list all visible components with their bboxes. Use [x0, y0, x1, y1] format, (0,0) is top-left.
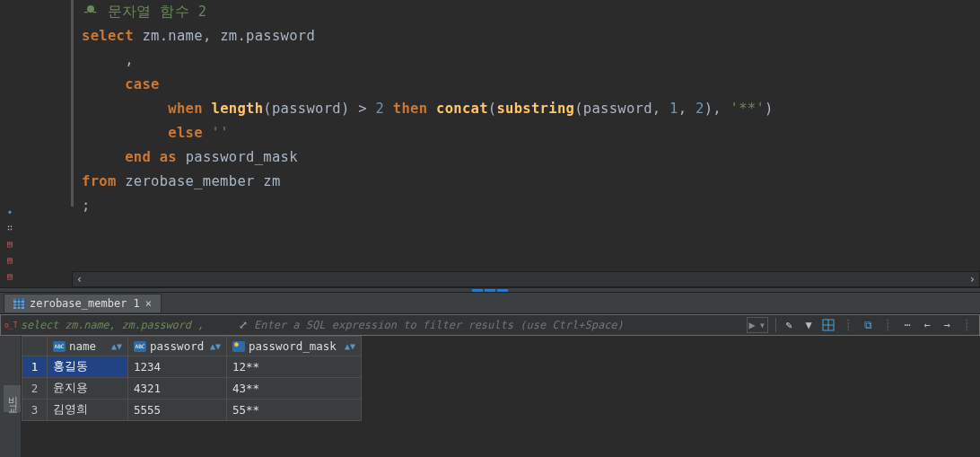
cell-mask[interactable]: 43** — [227, 378, 362, 400]
results-tabbar: zerobase_member 1 × — [0, 293, 980, 314]
pencil-icon[interactable]: ✎ — [782, 318, 796, 332]
filter-input[interactable] — [250, 319, 743, 331]
run-filter-button[interactable]: ▶ ▾ — [747, 317, 768, 333]
results-pane: zerobase_member 1 × o_T select zm.name, … — [0, 293, 980, 457]
svg-rect-1 — [13, 298, 24, 301]
code-editor[interactable]: -- 문자열 함수 2 select zm.name, zm.password … — [49, 0, 980, 269]
rownum-header[interactable] — [22, 337, 48, 356]
results-toolbar: ✎ ▼ ┊ ⧉ ┊ ⋯ ← → ┊ — [775, 318, 979, 332]
sort-icon[interactable]: ▲▼ — [210, 344, 221, 349]
results-tab-label: zerobase_member 1 — [30, 297, 140, 310]
dropdown-icon: ▾ — [757, 319, 767, 331]
editor-gutter: ✦ ∷ ▤ ▤ ▤ — [0, 0, 22, 287]
editor-horizontal-scrollbar[interactable]: ‹ › — [72, 271, 980, 287]
results-grid-area: name▲▼ password▲▼ password_mask▲▼ 1 홍길동 … — [22, 336, 980, 457]
play-icon: ▶ — [748, 319, 757, 331]
cell-password[interactable]: 5555 — [128, 400, 227, 421]
gutter-icon-dots[interactable]: ∷ — [3, 223, 17, 237]
table-icon — [13, 298, 24, 309]
sql-echo-text: select zm.name, zm.password , — [21, 319, 236, 331]
indent-guide — [71, 0, 74, 207]
row-number[interactable]: 2 — [22, 378, 48, 400]
sql-query-icon[interactable]: o_T — [1, 320, 21, 330]
cell-password[interactable]: 1234 — [128, 356, 227, 378]
column-header-password[interactable]: password▲▼ — [128, 337, 227, 356]
separator: ┊ — [959, 318, 974, 332]
separator: ┊ — [841, 318, 855, 332]
gutter-icon-star[interactable]: ✦ — [3, 207, 17, 221]
next-page-icon[interactable]: → — [940, 318, 954, 332]
results-filterbar: o_T select zm.name, zm.password , ⤢ ▶ ▾ … — [0, 314, 980, 336]
column-header-password-mask[interactable]: password_mask▲▼ — [227, 337, 362, 356]
grid-empty-space — [22, 444, 980, 457]
scroll-left-icon[interactable]: ‹ — [76, 273, 83, 286]
separator: ┊ — [880, 318, 895, 332]
cell-password[interactable]: 4321 — [128, 378, 227, 400]
table-row[interactable]: 2 윤지용 4321 43** — [22, 378, 362, 400]
filter-icon[interactable]: ▼ — [801, 318, 816, 332]
cell-mask[interactable]: 55** — [227, 400, 362, 421]
sort-icon[interactable]: ▲▼ — [111, 344, 122, 349]
sort-icon[interactable]: ▲▼ — [345, 344, 355, 349]
scroll-right-icon[interactable]: › — [969, 273, 976, 286]
text-column-icon — [53, 341, 66, 352]
grid-options-icon[interactable] — [821, 318, 836, 332]
cell-mask[interactable]: 12** — [227, 356, 362, 378]
expr-column-icon — [232, 341, 245, 352]
svg-text:o_T: o_T — [4, 321, 17, 330]
text-column-icon — [134, 341, 146, 352]
table-row[interactable]: 3 김영희 5555 55** — [22, 400, 362, 421]
cell-name[interactable]: 홍길동 — [48, 356, 128, 378]
editor-pane: ✦ ∷ ▤ ▤ ▤ -- 문자열 함수 2 select zm.name, zm… — [0, 0, 980, 287]
results-side-tabs: 비교 표시 — [0, 336, 22, 457]
results-tab[interactable]: zerobase_member 1 × — [4, 294, 162, 312]
row-number[interactable]: 1 — [22, 356, 48, 378]
row-number[interactable]: 3 — [22, 400, 48, 421]
column-label: password_mask — [249, 339, 337, 353]
cell-name[interactable]: 김영희 — [48, 400, 128, 421]
gutter-icon-file3[interactable]: ▤ — [3, 271, 17, 286]
column-label: password — [150, 339, 204, 353]
column-header-name[interactable]: name▲▼ — [48, 337, 128, 356]
close-icon[interactable]: × — [145, 297, 152, 310]
table-row[interactable]: 1 홍길동 1234 12** — [22, 356, 362, 378]
side-tab-compare[interactable]: 비교 — [4, 385, 21, 412]
expand-icon[interactable]: ⤢ — [236, 319, 250, 331]
cell-name[interactable]: 윤지용 — [48, 378, 128, 400]
gutter-icon-file1[interactable]: ▤ — [3, 239, 17, 253]
column-label: name — [69, 339, 96, 353]
prev-page-icon[interactable]: ← — [920, 318, 934, 332]
more-icon[interactable]: ⋯ — [900, 318, 914, 332]
code-text: -- 문자열 함수 2 select zm.name, zm.password … — [82, 0, 980, 218]
gutter-icon-file2[interactable]: ▤ — [3, 255, 17, 269]
results-table[interactable]: name▲▼ password▲▼ password_mask▲▼ 1 홍길동 … — [22, 336, 362, 421]
link-icon[interactable]: ⧉ — [861, 318, 875, 332]
